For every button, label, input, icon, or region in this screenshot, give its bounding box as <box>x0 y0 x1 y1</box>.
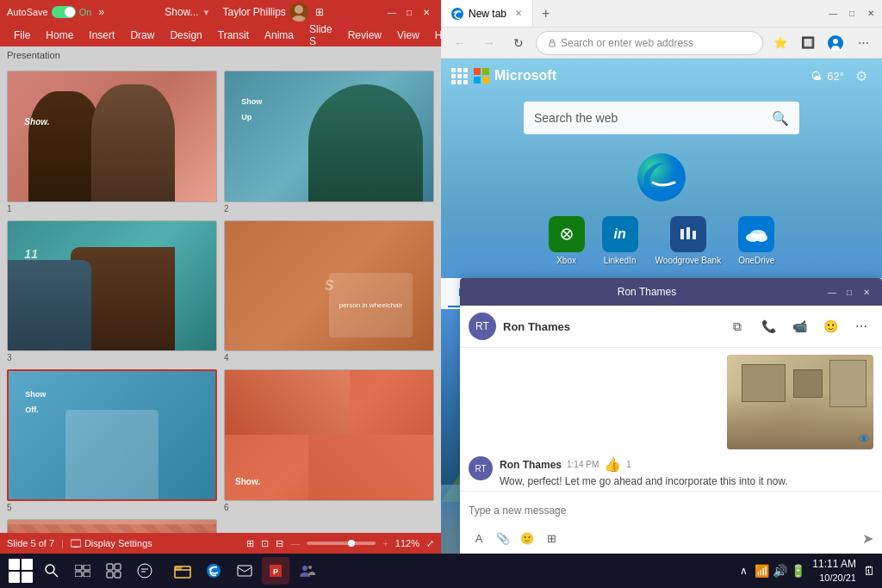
format-btn[interactable]: A <box>469 528 489 548</box>
slide-1[interactable]: Show. <box>7 71 217 202</box>
teams-copy-btn[interactable]: ⧉ <box>725 314 749 338</box>
browser-close-btn[interactable]: ✕ <box>863 6 879 22</box>
teams-video-btn[interactable]: 📹 <box>787 314 811 338</box>
menu-view[interactable]: View <box>390 28 426 43</box>
menu-design[interactable]: Design <box>163 28 208 43</box>
message-text: Wow, perfect! Let me go ahead and incorp… <box>500 474 873 489</box>
slide-num-1: 1 <box>7 204 217 214</box>
collections-btn[interactable]: ⭐ <box>768 31 792 55</box>
menu-file[interactable]: File <box>7 28 37 43</box>
menu-home[interactable]: Home <box>39 28 80 43</box>
menu-transit[interactable]: Transit <box>211 28 256 43</box>
autosave-switch[interactable] <box>52 6 76 18</box>
search-icon[interactable]: 🔍 <box>772 110 789 127</box>
message-image: 👁 <box>727 355 873 449</box>
slide-3[interactable]: 11 <box>7 220 217 352</box>
ppt-title: Show... ▼ Taylor Phillips ⊞ <box>165 3 324 22</box>
teams-react-btn[interactable]: 🙂 <box>818 314 842 338</box>
teams-message-input[interactable] <box>469 497 873 524</box>
weather-widget[interactable]: 🌤 62° <box>811 70 844 83</box>
message-time: 1:14 PM <box>567 460 599 469</box>
nav-back-btn[interactable]: ← <box>448 31 472 55</box>
slide-4[interactable]: S person in wheelchair <box>224 220 434 352</box>
menu-slidesh[interactable]: Slide S <box>302 22 339 49</box>
quick-link-xbox[interactable]: Xbox <box>549 216 585 265</box>
widgets-btn[interactable] <box>100 557 127 585</box>
taskbar-search-btn[interactable] <box>38 557 65 585</box>
notification-tray-btn[interactable]: 🗓 <box>863 564 875 578</box>
svg-rect-14 <box>680 229 684 239</box>
svg-rect-27 <box>115 564 121 570</box>
autosave-toggle[interactable]: AutoSave On <box>7 6 91 18</box>
slide-num-5: 5 <box>7 503 217 512</box>
apps-grid-btn[interactable] <box>451 68 467 84</box>
browser-maximize-btn[interactable]: □ <box>844 6 860 22</box>
display-settings[interactable]: Display Settings <box>71 538 152 548</box>
sticker-btn[interactable]: ⊞ <box>541 528 562 548</box>
teams-call-btn[interactable]: 📞 <box>756 314 780 338</box>
menu-draw[interactable]: Draw <box>123 28 161 43</box>
teams-more-btn[interactable]: ⋯ <box>849 314 873 338</box>
menu-insert[interactable]: Insert <box>82 28 121 43</box>
list-item: Show Up 2 <box>224 71 434 214</box>
slide-6[interactable]: Show. <box>224 369 434 501</box>
slide-5[interactable]: Show Off. <box>7 369 217 501</box>
view-slide-btn[interactable]: ⊡ <box>261 538 269 549</box>
emoji-btn[interactable]: 🙂 <box>517 528 537 548</box>
taskbar-edge-btn[interactable] <box>200 557 227 585</box>
tab-close-btn[interactable]: ✕ <box>515 9 522 18</box>
taskbar-ppt-btn[interactable]: P <box>262 557 289 585</box>
view-reading-btn[interactable]: ⊟ <box>276 538 283 549</box>
taskbar-explorer-btn[interactable] <box>169 557 196 585</box>
tray-caret-icon[interactable]: ∧ <box>740 565 748 577</box>
teams-restore-btn[interactable]: □ <box>842 285 856 299</box>
teams-close-btn[interactable]: ✕ <box>860 285 873 299</box>
battery-icon[interactable]: 🔋 <box>791 564 805 578</box>
volume-icon[interactable]: 🔊 <box>773 564 787 578</box>
quick-link-woodgrove[interactable]: Woodgrove Bank <box>655 216 722 265</box>
slide-7[interactable] <box>7 519 217 534</box>
attach-btn[interactable]: 📎 <box>493 528 513 548</box>
user-avatar[interactable] <box>289 3 308 22</box>
browser-minimize-btn[interactable]: — <box>825 6 841 22</box>
profile-btn[interactable] <box>823 31 848 55</box>
presentation-name: Show... <box>165 6 198 18</box>
svg-point-7 <box>833 39 838 44</box>
send-btn[interactable]: ➤ <box>862 530 873 547</box>
teams-minimize-btn[interactable]: — <box>825 285 839 299</box>
ppt-minimize-btn[interactable]: — <box>384 4 400 20</box>
teams-chat-header: RT Ron Thames ⧉ 📞 📹 🙂 ⋯ <box>460 306 882 348</box>
nav-forward-btn[interactable]: → <box>477 31 501 55</box>
xbox-icon <box>549 216 585 252</box>
taskview-btn[interactable] <box>69 557 96 585</box>
woodgrove-icon <box>670 216 706 252</box>
new-tab-btn[interactable]: + <box>533 6 558 22</box>
slide-2[interactable]: Show Up <box>224 71 434 202</box>
browser-tab-new[interactable]: New tab ✕ <box>441 0 533 27</box>
ppt-maximize-btn[interactable]: □ <box>401 4 417 20</box>
wifi-icon[interactable]: 📶 <box>755 564 769 578</box>
menu-anima[interactable]: Anima <box>258 28 301 43</box>
quick-link-linkedin[interactable]: in LinkedIn <box>602 216 638 265</box>
chat-btn[interactable] <box>131 557 158 585</box>
menu-review[interactable]: Review <box>341 28 388 43</box>
search-box[interactable]: Search the web 🔍 <box>524 102 799 134</box>
microsoft-text: Microsoft <box>494 68 556 84</box>
view-normal-btn[interactable]: ⊞ <box>246 538 254 549</box>
system-clock[interactable]: 11:11 AM 10/20/21 <box>812 558 856 584</box>
taskbar-mail-btn[interactable] <box>231 557 258 585</box>
fit-btn[interactable]: ⤢ <box>426 538 434 549</box>
newtab-settings-btn[interactable]: ⚙ <box>851 65 872 86</box>
taskbar-teams-btn[interactable] <box>293 557 320 585</box>
extensions-btn[interactable]: 🔲 <box>796 31 820 55</box>
zoom-slider[interactable] <box>307 542 376 545</box>
address-bar[interactable]: Search or enter web address <box>536 31 763 55</box>
ppt-close-btn[interactable]: ✕ <box>419 4 434 20</box>
settings-more-btn[interactable]: ⋯ <box>851 31 875 55</box>
nav-refresh-btn[interactable]: ↻ <box>506 31 531 55</box>
quick-link-onedrive[interactable]: OneDrive <box>738 216 774 265</box>
start-btn[interactable] <box>7 557 34 585</box>
ppt-expand-btn[interactable]: » <box>98 6 104 18</box>
sender-avatar: RT <box>469 456 493 480</box>
teams-contact-title: Ron Thames <box>469 286 825 298</box>
